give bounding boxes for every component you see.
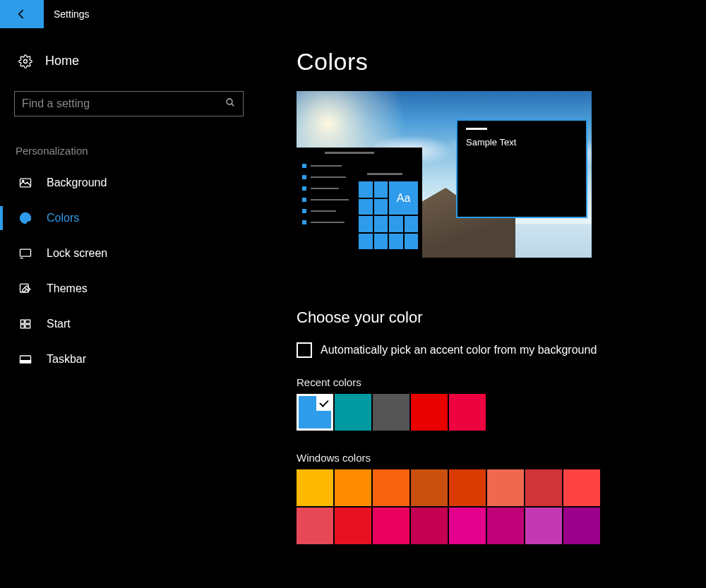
sidebar-item-taskbar[interactable]: Taskbar: [13, 342, 245, 377]
search-input[interactable]: [22, 97, 220, 110]
windows-colors-grid: [297, 469, 604, 544]
windows-color-swatch[interactable]: [297, 508, 333, 544]
preview-tiles: Aa: [359, 181, 418, 249]
svg-point-5: [22, 217, 23, 218]
auto-accent-checkbox[interactable]: [297, 342, 312, 358]
windows-color-swatch[interactable]: [525, 469, 562, 506]
start-icon: [18, 317, 32, 331]
gear-icon: [18, 54, 32, 68]
recent-colors-row: [297, 394, 706, 431]
sidebar-item-label: Themes: [47, 282, 88, 295]
recent-color-swatch[interactable]: [411, 394, 448, 431]
sidebar-item-background[interactable]: Background: [13, 165, 245, 200]
svg-rect-12: [20, 320, 24, 323]
windows-color-swatch[interactable]: [487, 469, 524, 506]
svg-rect-14: [20, 325, 24, 328]
sidebar-item-colors[interactable]: Colors: [13, 200, 245, 236]
content: Colors Aa: [258, 28, 706, 588]
windows-color-swatch[interactable]: [449, 508, 486, 544]
svg-rect-17: [20, 361, 31, 363]
preview-tile-aa: Aa: [389, 181, 418, 215]
pencil-icon: [18, 282, 32, 296]
recent-colors-title: Recent colors: [297, 376, 706, 388]
sidebar-item-label: Taskbar: [47, 353, 86, 366]
preview-window-handle: [466, 128, 487, 130]
back-button[interactable]: [0, 0, 44, 28]
windows-color-swatch[interactable]: [487, 508, 524, 544]
preview-sample-window: Sample Text: [456, 119, 587, 218]
check-icon: [316, 395, 332, 411]
auto-accent-row[interactable]: Automatically pick an accent color from …: [297, 342, 706, 358]
sidebar-item-themes[interactable]: Themes: [13, 271, 245, 306]
windows-color-swatch[interactable]: [563, 469, 600, 506]
nav-list: Background Colors Lock screen Themes Sta…: [13, 165, 245, 377]
app-title: Settings: [54, 8, 90, 20]
monitor-icon: [18, 246, 32, 260]
preview-handle: [325, 152, 374, 154]
svg-point-4: [23, 180, 24, 181]
choose-color-heading: Choose your color: [297, 308, 706, 327]
palette-icon: [18, 211, 32, 225]
preview-app-list: [302, 160, 359, 228]
windows-color-swatch[interactable]: [411, 469, 448, 506]
picture-icon: [18, 176, 32, 190]
sidebar-item-label: Colors: [47, 212, 79, 224]
sidebar-item-label: Lock screen: [47, 247, 107, 260]
svg-point-6: [24, 215, 25, 216]
search-box[interactable]: [14, 91, 244, 116]
recent-color-swatch[interactable]: [297, 394, 333, 431]
svg-line-2: [232, 104, 234, 106]
windows-color-swatch[interactable]: [563, 508, 600, 544]
windows-color-swatch[interactable]: [297, 469, 333, 506]
svg-point-0: [24, 59, 28, 63]
windows-color-swatch[interactable]: [525, 508, 562, 544]
svg-point-1: [227, 99, 232, 104]
sidebar-item-label: Start: [47, 318, 71, 330]
sidebar-item-lock-screen[interactable]: Lock screen: [13, 236, 245, 271]
windows-color-swatch[interactable]: [411, 508, 448, 544]
titlebar: Settings: [0, 0, 706, 28]
windows-color-swatch[interactable]: [335, 508, 371, 544]
recent-color-swatch[interactable]: [373, 394, 409, 431]
windows-color-swatch[interactable]: [449, 469, 486, 506]
svg-point-7: [26, 215, 28, 216]
windows-colors-title: Windows colors: [297, 452, 604, 464]
sidebar-item-start[interactable]: Start: [13, 306, 245, 342]
taskbar-icon: [18, 352, 32, 366]
home-label: Home: [45, 54, 79, 68]
svg-rect-15: [25, 325, 30, 328]
preview-tile-handle: [367, 173, 402, 175]
recent-color-swatch[interactable]: [449, 394, 486, 431]
sidebar: Home Personalization Background Colors L…: [0, 28, 258, 588]
color-preview: Aa Sample Text: [297, 91, 592, 258]
home-button[interactable]: Home: [13, 51, 245, 78]
auto-accent-label: Automatically pick an accent color from …: [321, 344, 597, 356]
preview-window-text: Sample Text: [466, 137, 578, 148]
windows-color-swatch[interactable]: [335, 469, 371, 506]
recent-color-swatch[interactable]: [335, 394, 371, 431]
svg-rect-9: [20, 249, 31, 256]
section-title: Personalization: [16, 145, 245, 157]
back-arrow-icon: [15, 7, 29, 21]
search-icon: [225, 97, 236, 111]
page-title: Colors: [297, 48, 706, 76]
sidebar-item-label: Background: [47, 176, 107, 189]
windows-color-swatch[interactable]: [373, 508, 409, 544]
windows-color-swatch[interactable]: [373, 469, 409, 506]
svg-point-8: [28, 217, 29, 218]
svg-rect-13: [25, 320, 30, 323]
